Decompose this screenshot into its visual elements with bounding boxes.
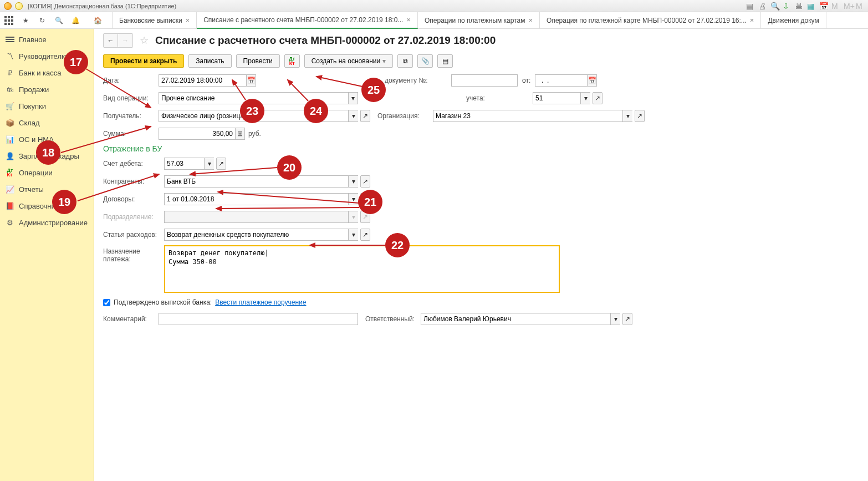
dropdown-button[interactable]: ▾ — [580, 92, 590, 104]
dropdown-button[interactable]: ▾ — [610, 313, 620, 325]
tab-bank-statements[interactable]: Банковские выписки× — [112, 12, 197, 29]
trend-icon: 〽 — [6, 52, 14, 60]
nav-forward-button[interactable]: → — [118, 34, 132, 47]
calendar-icon[interactable]: 📅 — [819, 2, 828, 11]
calendar-button[interactable]: 📅 — [246, 74, 256, 87]
recipient-label: Получатель: — [103, 112, 159, 120]
confirmed-checkbox[interactable] — [103, 299, 110, 306]
debit-account-input[interactable] — [164, 158, 204, 170]
open-button[interactable]: ↗ — [635, 110, 645, 122]
responsible-input[interactable] — [421, 313, 610, 325]
callout-24: 24 — [304, 99, 328, 123]
amount-input[interactable] — [159, 128, 235, 140]
lock-icon[interactable]: ⇩ — [783, 2, 792, 11]
create-based-button[interactable]: Создать на основании ▾ — [304, 54, 394, 68]
section-title-bu: Отражение в БУ — [103, 144, 859, 153]
dtk-icon: ДтКт — [6, 168, 14, 177]
zoom-icon[interactable]: 🔍 — [770, 2, 779, 11]
account-label: учета: — [466, 94, 533, 102]
responsible-label: Ответственный: — [365, 315, 421, 323]
debit-account-label: Счет дебета: — [103, 160, 164, 168]
table-icon[interactable]: ▦ — [807, 2, 816, 11]
post-button[interactable]: Провести — [236, 54, 280, 68]
titlebar: [КОПИЯ] Демонстрационная база (1С:Предпр… — [0, 0, 868, 12]
organization-input[interactable] — [433, 110, 622, 122]
dropdown-button: ▾ — [348, 211, 358, 223]
m-plus-icon[interactable]: M+ — [844, 2, 852, 11]
from-label: от: — [522, 77, 530, 84]
list-button[interactable]: ▤ — [437, 54, 453, 68]
m-icon[interactable]: M — [831, 2, 840, 11]
amount-label: Сумма: — [103, 130, 159, 138]
open-button[interactable]: ↗ — [216, 158, 226, 170]
sidebar-item-sales[interactable]: 🛍Продажи — [0, 81, 94, 98]
related-docs-button[interactable]: ⧉ — [397, 54, 413, 68]
post-and-close-button[interactable]: Провести и закрыть — [103, 54, 184, 68]
comment-input[interactable] — [159, 313, 358, 325]
open-button[interactable]: ↗ — [360, 175, 370, 188]
callout-23: 23 — [240, 99, 264, 123]
tab-card-op-doc[interactable]: Операция по платежной карте МНБП-000002 … — [540, 12, 761, 29]
panel-icon[interactable]: ▤ — [746, 2, 755, 11]
topbar: ★ ↻ 🔍 🔔 🏠 Банковские выписки× Списание с… — [0, 12, 868, 29]
m-icon-2[interactable]: M — [856, 2, 865, 11]
open-button[interactable]: ↗ — [622, 313, 632, 325]
tab-movements[interactable]: Движения докум — [761, 12, 826, 29]
cart-icon: 🛒 — [6, 102, 14, 110]
bell-icon[interactable]: 🔔 — [70, 15, 81, 26]
date-input[interactable] — [159, 74, 246, 87]
apps-grid-icon[interactable] — [3, 15, 14, 26]
app-logo-icon — [3, 2, 12, 11]
dropdown-button[interactable]: ▾ — [348, 175, 358, 188]
sidebar-item-directories[interactable]: 📕Справочники — [0, 198, 94, 214]
callout-19: 19 — [52, 190, 76, 214]
history-icon[interactable]: ↻ — [37, 15, 48, 26]
counterparty-input[interactable] — [164, 175, 348, 188]
enter-payment-order-link[interactable]: Ввести платежное поручение — [215, 298, 306, 306]
dropdown-button[interactable]: ▾ — [622, 110, 632, 122]
sidebar-item-operations[interactable]: ДтКтОперации — [0, 164, 94, 181]
calendar-button[interactable]: 📅 — [587, 74, 597, 87]
payment-purpose-input[interactable] — [164, 245, 560, 293]
dropdown-button[interactable]: ▾ — [204, 158, 214, 170]
dtk-button[interactable]: ДтКт — [284, 54, 300, 68]
expense-item-input[interactable] — [164, 229, 348, 241]
tab-writeoff-doc[interactable]: Списание с расчетного счета МНБП-000002 … — [197, 12, 418, 29]
dropdown-button[interactable]: ▾ — [348, 92, 358, 104]
search-icon[interactable]: 🔍 — [53, 15, 64, 26]
sidebar-item-warehouse[interactable]: 📦Склад — [0, 114, 94, 131]
callout-18: 18 — [36, 140, 60, 165]
open-button[interactable]: ↗ — [360, 229, 370, 241]
app-circle-icon — [14, 2, 23, 11]
nav-back-button[interactable]: ← — [104, 34, 118, 47]
attach-button[interactable]: 📎 — [417, 54, 433, 68]
print2-icon[interactable]: 🖶 — [795, 2, 804, 11]
callout-25: 25 — [361, 78, 386, 102]
input-no-field[interactable] — [451, 74, 518, 87]
account-input[interactable] — [533, 92, 580, 104]
sidebar-item-purchases[interactable]: 🛒Покупки — [0, 98, 94, 114]
dropdown-button[interactable]: ▾ — [348, 193, 358, 205]
dropdown-button[interactable]: ▾ — [348, 229, 358, 241]
close-icon[interactable]: × — [186, 16, 190, 24]
sidebar-item-main[interactable]: Главное — [0, 31, 94, 48]
star-icon[interactable]: ★ — [20, 15, 31, 26]
favorite-star-icon[interactable]: ☆ — [137, 34, 151, 47]
close-icon[interactable]: × — [406, 16, 411, 24]
print-icon[interactable]: 🖨 — [758, 2, 767, 11]
tab-card-ops[interactable]: Операции по платежным картам× — [418, 12, 540, 29]
dropdown-button[interactable]: ▾ — [348, 110, 358, 122]
contract-input[interactable] — [164, 193, 348, 205]
save-button[interactable]: Записать — [188, 54, 231, 68]
comment-label: Комментарий: — [103, 315, 159, 323]
from-date-input[interactable] — [535, 74, 587, 87]
tab-bar: Банковские выписки× Списание с расчетног… — [112, 12, 865, 29]
close-icon[interactable]: × — [750, 16, 754, 24]
open-button[interactable]: ↗ — [593, 92, 603, 104]
close-icon[interactable]: × — [528, 16, 533, 24]
sidebar-item-admin[interactable]: ⚙Администрирование — [0, 214, 94, 231]
sidebar-item-reports[interactable]: 📈Отчеты — [0, 181, 94, 198]
home-icon[interactable]: 🏠 — [92, 15, 103, 26]
calculator-button[interactable]: ⊞ — [235, 128, 245, 140]
open-button[interactable]: ↗ — [360, 110, 370, 122]
